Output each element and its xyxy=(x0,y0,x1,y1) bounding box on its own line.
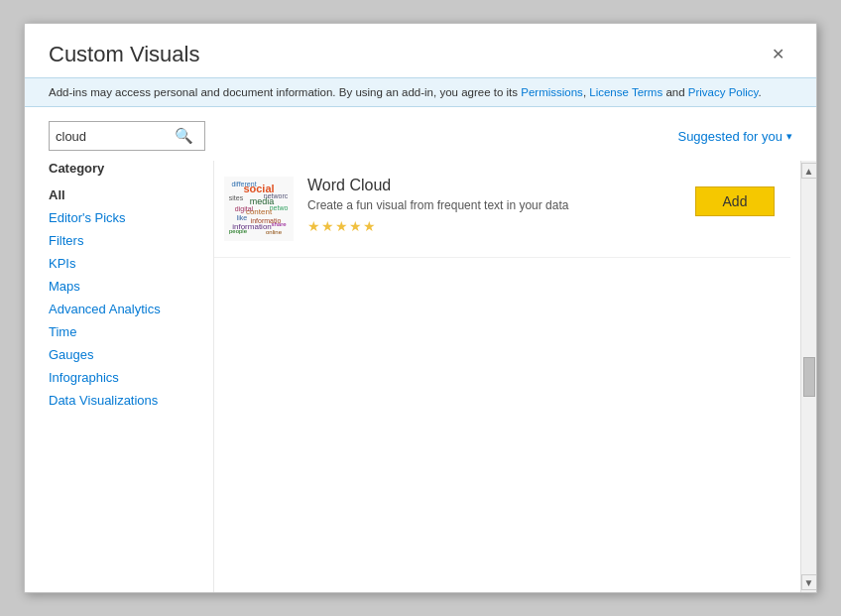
sidebar-item-data-visualizations[interactable]: Data Visualizations xyxy=(49,389,189,412)
sidebar-item-all[interactable]: All xyxy=(49,184,189,206)
svg-text:netwo: netwo xyxy=(270,204,289,211)
sidebar-item-time[interactable]: Time xyxy=(49,320,189,343)
scrollbar: ▲ ▼ xyxy=(800,161,816,592)
close-button[interactable]: ✕ xyxy=(764,43,792,66)
permissions-link[interactable]: Permissions xyxy=(521,86,583,98)
svg-text:like: like xyxy=(237,214,248,221)
svg-text:networc: networc xyxy=(264,192,289,199)
result-title: Word Cloud xyxy=(307,177,681,194)
result-action: Add xyxy=(695,177,775,216)
content-area: Category All Editor's Picks Filters KPIs… xyxy=(25,161,816,592)
suggested-for-you-dropdown[interactable]: Suggested for you ▾ xyxy=(677,129,792,144)
toolbar: 🔍 Suggested for you ▾ xyxy=(25,107,816,161)
privacy-link[interactable]: Privacy Policy xyxy=(688,86,759,98)
search-box[interactable]: 🔍 xyxy=(49,121,205,151)
svg-text:different: different xyxy=(231,181,256,187)
sidebar-item-maps[interactable]: Maps xyxy=(49,275,189,298)
scroll-thumb[interactable] xyxy=(803,357,815,397)
svg-text:people: people xyxy=(229,228,248,234)
category-label: Category xyxy=(49,161,189,176)
sidebar-item-gauges[interactable]: Gauges xyxy=(49,343,189,366)
word-cloud-image: social different sites media digital net… xyxy=(224,177,294,241)
search-icon[interactable]: 🔍 xyxy=(175,127,193,145)
sidebar-item-filters[interactable]: Filters xyxy=(49,229,189,252)
search-input[interactable] xyxy=(56,129,175,144)
notice-bar: Add-ins may access personal and document… xyxy=(25,77,816,107)
sidebar-item-infographics[interactable]: Infographics xyxy=(49,366,189,389)
table-row: social different sites media digital net… xyxy=(214,161,790,258)
result-thumbnail: social different sites media digital net… xyxy=(224,177,294,241)
sidebar: Category All Editor's Picks Filters KPIs… xyxy=(25,161,213,592)
add-button[interactable]: Add xyxy=(695,186,775,216)
scroll-down-button[interactable]: ▼ xyxy=(801,574,817,590)
chevron-down-icon: ▾ xyxy=(786,130,792,143)
custom-visuals-dialog: Custom Visuals ✕ Add-ins may access pers… xyxy=(24,23,817,593)
result-stars: ★★★★★ xyxy=(307,218,681,234)
result-info: Word Cloud Create a fun visual from freq… xyxy=(307,177,681,234)
svg-text:sites: sites xyxy=(229,194,244,201)
dialog-header: Custom Visuals ✕ xyxy=(25,24,816,77)
license-link[interactable]: License Terms xyxy=(589,86,662,98)
notice-text: Add-ins may access personal and document… xyxy=(49,86,762,98)
sidebar-item-editors-picks[interactable]: Editor's Picks xyxy=(49,206,189,229)
suggested-label: Suggested for you xyxy=(677,129,782,144)
sidebar-item-kpis[interactable]: KPIs xyxy=(49,252,189,275)
dialog-title: Custom Visuals xyxy=(49,42,199,67)
results-area: social different sites media digital net… xyxy=(213,161,800,592)
svg-text:share: share xyxy=(271,221,287,227)
scroll-up-button[interactable]: ▲ xyxy=(801,163,817,179)
result-description: Create a fun visual from frequent text i… xyxy=(307,198,681,212)
sidebar-item-advanced-analytics[interactable]: Advanced Analytics xyxy=(49,298,189,320)
svg-text:online: online xyxy=(266,229,283,235)
